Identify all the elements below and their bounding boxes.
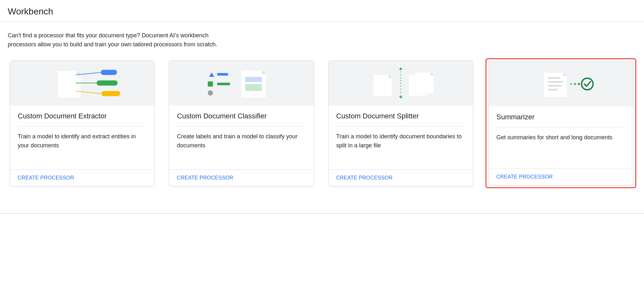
page-subtitle: Can't find a processor that fits your do… [8, 31, 233, 49]
extractor-illustration [10, 60, 154, 106]
svg-rect-18 [548, 85, 562, 87]
svg-point-23 [582, 78, 593, 90]
svg-marker-14 [399, 67, 402, 70]
svg-rect-8 [208, 81, 213, 87]
create-processor-button[interactable]: CREATE PROCESSOR [496, 174, 553, 180]
classifier-icon [199, 65, 283, 101]
classifier-illustration [169, 60, 313, 106]
card-title: Custom Document Classifier [177, 112, 306, 126]
create-processor-button[interactable]: CREATE PROCESSOR [18, 175, 74, 180]
svg-rect-19 [548, 89, 558, 90]
summarizer-icon [519, 66, 603, 102]
summarizer-illustration [489, 61, 633, 106]
card-title: Summarizer [496, 113, 625, 127]
page-title: Workbench [8, 6, 636, 17]
card-description: Get summaries for short and long documen… [496, 133, 625, 169]
svg-rect-16 [548, 77, 560, 79]
card-wrapper-summarizer: Summarizer Get summaries for short and l… [485, 58, 636, 188]
svg-point-21 [574, 83, 576, 85]
splitter-illustration [329, 60, 473, 106]
svg-marker-6 [209, 72, 214, 77]
card-splitter: Custom Document Splitter Train a model t… [328, 60, 473, 186]
card-wrapper-classifier: Custom Document Classifier Create labels… [167, 58, 316, 188]
card-extractor: Custom Document Extractor Train a model … [10, 60, 155, 186]
card-wrapper-splitter: Custom Document Splitter Train a model t… [326, 58, 475, 188]
svg-rect-5 [101, 91, 120, 96]
svg-rect-17 [548, 81, 563, 83]
svg-rect-1 [101, 70, 117, 75]
svg-rect-9 [217, 83, 230, 85]
card-description: Train a model to identify document bound… [336, 132, 465, 170]
card-description: Train a model to identify and extract en… [18, 132, 147, 170]
page-header: Workbench [0, 0, 644, 22]
create-processor-button[interactable]: CREATE PROCESSOR [336, 175, 393, 180]
svg-point-10 [208, 90, 213, 96]
svg-rect-11 [245, 77, 262, 82]
extractor-icon [40, 65, 124, 101]
splitter-icon [359, 65, 443, 101]
card-description: Create labels and train a model to class… [177, 132, 306, 170]
card-summarizer: Summarizer Get summaries for short and l… [488, 61, 633, 185]
bottom-divider [0, 213, 644, 214]
card-wrapper-extractor: Custom Document Extractor Train a model … [8, 58, 157, 188]
card-classifier: Custom Document Classifier Create labels… [169, 60, 314, 186]
card-title: Custom Document Extractor [18, 112, 147, 126]
svg-point-20 [570, 83, 572, 85]
svg-rect-12 [245, 84, 262, 91]
create-processor-button[interactable]: CREATE PROCESSOR [177, 175, 233, 180]
processor-cards: Custom Document Extractor Train a model … [8, 58, 636, 188]
page-content: Can't find a processor that fits your do… [0, 22, 644, 197]
svg-point-22 [578, 83, 580, 85]
svg-rect-7 [217, 73, 228, 76]
card-title: Custom Document Splitter [336, 112, 465, 126]
svg-rect-3 [97, 80, 118, 86]
svg-marker-15 [399, 96, 402, 99]
